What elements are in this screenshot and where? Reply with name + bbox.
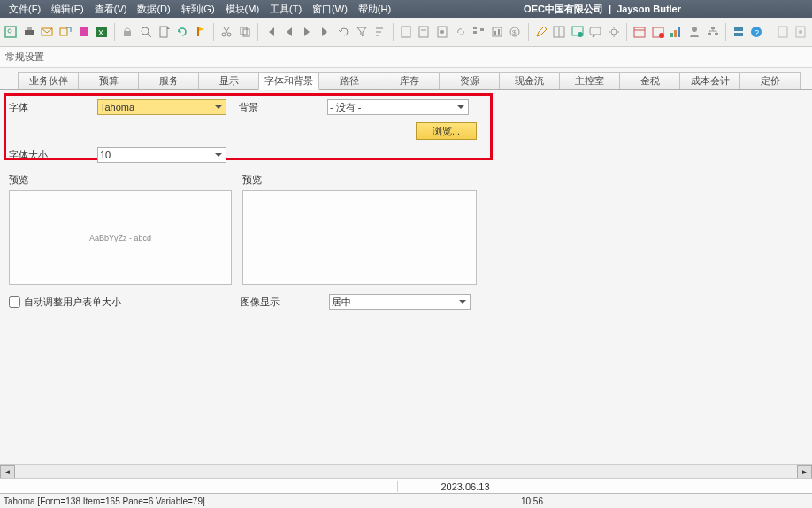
tab-budget[interactable]: 预算: [78, 72, 139, 89]
svg-point-54: [799, 30, 802, 34]
browse-button[interactable]: 浏览...: [416, 122, 477, 140]
preview-right-label: 预览: [242, 173, 477, 187]
svg-point-14: [222, 33, 226, 36]
menu-goto[interactable]: 转到(G): [176, 3, 220, 16]
tools-icon[interactable]: [607, 23, 622, 41]
doc3-icon[interactable]: [435, 23, 450, 41]
calendar-icon[interactable]: [632, 23, 647, 41]
search-icon[interactable]: [139, 23, 154, 41]
auto-resize-checkbox[interactable]: 自动调整用户表单大小: [9, 296, 241, 309]
undo-icon[interactable]: [336, 23, 351, 41]
font-size-value: 10: [100, 150, 215, 160]
fax-icon[interactable]: [76, 23, 91, 41]
money-icon[interactable]: $: [508, 23, 523, 41]
tree-icon[interactable]: [471, 23, 486, 41]
tab-cost[interactable]: 成本会计: [679, 72, 740, 89]
cut-icon[interactable]: [219, 23, 234, 41]
layout-icon[interactable]: [552, 23, 567, 41]
svg-rect-3: [27, 27, 32, 30]
excel-icon[interactable]: X: [95, 23, 110, 41]
svg-rect-0: [5, 27, 16, 37]
font-size-combo[interactable]: 10: [97, 147, 226, 163]
image-display-combo[interactable]: 居中: [329, 294, 471, 310]
auto-resize-input[interactable]: [9, 296, 20, 308]
report-icon[interactable]: [489, 23, 504, 41]
message-icon[interactable]: [588, 23, 603, 41]
svg-rect-42: [674, 30, 677, 37]
edit-icon[interactable]: [533, 23, 548, 41]
tab-fontbg[interactable]: 字体和背景: [258, 72, 319, 90]
menu-view[interactable]: 查看(V): [89, 3, 133, 16]
menu-file[interactable]: 文件(F): [4, 3, 46, 16]
menu-help[interactable]: 帮助(H): [353, 3, 396, 16]
filter-icon[interactable]: [355, 23, 370, 41]
chart-icon[interactable]: [669, 23, 684, 41]
svg-point-34: [578, 32, 583, 37]
svg-rect-41: [670, 33, 673, 37]
svg-rect-24: [473, 31, 477, 34]
flag-icon[interactable]: [193, 23, 208, 41]
svg-rect-27: [494, 31, 496, 35]
help-icon[interactable]: ?: [749, 23, 764, 41]
background-combo-value: - 没有 -: [330, 101, 457, 114]
svg-rect-49: [734, 33, 743, 36]
font-size-label: 字体大小: [9, 149, 97, 162]
background-label: 背景: [239, 101, 327, 114]
status-text: Tahoma [Form=138 Item=165 Pane=6 Variabl…: [4, 496, 205, 506]
org-icon[interactable]: [705, 23, 720, 41]
svg-point-44: [692, 27, 697, 32]
menu-edit[interactable]: 编辑(E): [46, 3, 89, 16]
svg-point-36: [611, 29, 617, 35]
prev-icon[interactable]: [281, 23, 296, 41]
menu-tools[interactable]: 工具(T): [264, 3, 307, 16]
preview-icon[interactable]: [4, 23, 19, 41]
new-icon[interactable]: [157, 23, 172, 41]
scroll-right-button[interactable]: ►: [797, 465, 812, 479]
tab-tax[interactable]: 金税: [619, 72, 680, 89]
chevron-down-icon: [459, 300, 466, 304]
first-icon[interactable]: [264, 23, 279, 41]
menu-module[interactable]: 模块(M): [220, 3, 265, 16]
menu-window[interactable]: 窗口(W): [307, 3, 353, 16]
tab-display[interactable]: 显示: [198, 72, 259, 89]
tab-pricing[interactable]: 定价: [739, 72, 801, 89]
tab-resource[interactable]: 资源: [439, 72, 500, 89]
tab-cashflow[interactable]: 现金流: [499, 72, 560, 89]
tab-inventory[interactable]: 库存: [379, 72, 440, 89]
tab-bp[interactable]: 业务伙伴: [18, 72, 79, 89]
svg-rect-35: [590, 27, 601, 35]
tab-service[interactable]: 服务: [138, 72, 199, 89]
svg-text:?: ?: [755, 28, 759, 37]
copy-icon[interactable]: [237, 23, 252, 41]
doc2-icon[interactable]: [417, 23, 432, 41]
export-icon[interactable]: [58, 23, 73, 41]
content-pane: 字体 Tahoma 背景 - 没有 - 浏览... 字体大小 10 预览 AaB…: [0, 90, 812, 319]
refresh-icon[interactable]: [175, 23, 190, 41]
lock-icon[interactable]: [120, 23, 135, 41]
sort-icon[interactable]: [372, 23, 387, 41]
mail-icon[interactable]: [40, 23, 55, 41]
scroll-left-button[interactable]: ◄: [0, 465, 15, 479]
doc1-icon[interactable]: [399, 23, 414, 41]
svg-point-22: [440, 30, 444, 34]
next-icon[interactable]: [300, 23, 315, 41]
tab-cockpit[interactable]: 主控室: [559, 72, 620, 89]
last-icon[interactable]: [318, 23, 333, 41]
user-icon[interactable]: [687, 23, 702, 41]
settings-icon[interactable]: [793, 23, 808, 41]
background-combo[interactable]: - 没有 -: [327, 99, 469, 115]
note-icon[interactable]: [776, 23, 791, 41]
font-combo[interactable]: Tahoma: [97, 99, 226, 115]
svg-point-15: [227, 33, 231, 36]
query-icon[interactable]: [570, 23, 585, 41]
auto-resize-label: 自动调整用户表单大小: [24, 296, 121, 309]
svg-rect-25: [480, 28, 484, 31]
svg-rect-2: [25, 30, 34, 35]
menu-data[interactable]: 数据(D): [132, 3, 175, 16]
print-icon[interactable]: [22, 23, 37, 41]
svg-rect-48: [734, 27, 743, 31]
link-icon[interactable]: [453, 23, 468, 41]
server-icon[interactable]: [732, 23, 747, 41]
tab-path[interactable]: 路径: [318, 72, 379, 89]
alert-icon[interactable]: [651, 23, 666, 41]
